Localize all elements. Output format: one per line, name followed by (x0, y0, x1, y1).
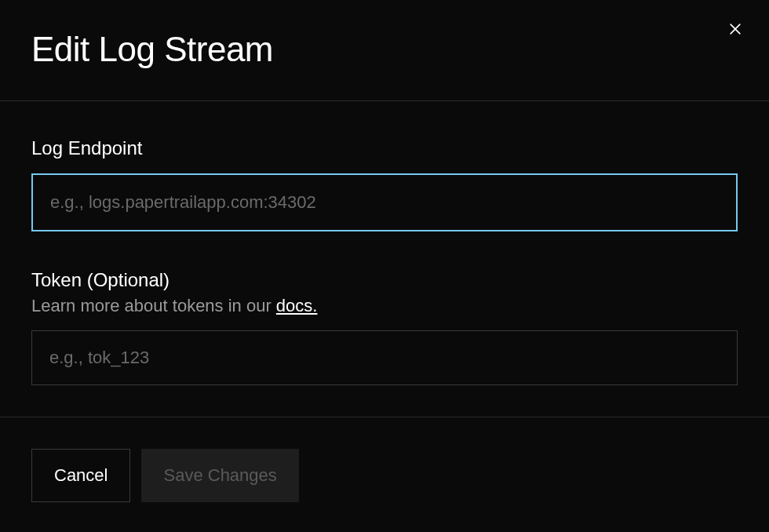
token-label: Token (Optional) (31, 269, 738, 291)
close-icon (727, 21, 743, 37)
modal-body: Log Endpoint Token (Optional) Learn more… (0, 101, 769, 417)
endpoint-input[interactable] (31, 173, 738, 231)
token-helper-text: Learn more about tokens in our docs. (31, 296, 738, 316)
modal-title: Edit Log Stream (31, 30, 738, 69)
close-button[interactable] (723, 17, 747, 41)
modal-footer: Cancel Save Changes (0, 417, 769, 532)
edit-log-stream-modal: Edit Log Stream Log Endpoint Token (Opti… (0, 0, 769, 532)
docs-link[interactable]: docs. (276, 296, 318, 315)
save-changes-button[interactable]: Save Changes (141, 449, 298, 502)
token-helper-prefix: Learn more about tokens in our (31, 296, 276, 315)
endpoint-label: Log Endpoint (31, 137, 738, 159)
modal-header: Edit Log Stream (0, 0, 769, 101)
token-input[interactable] (31, 330, 738, 385)
cancel-button[interactable]: Cancel (31, 449, 130, 502)
token-field-group: Token (Optional) Learn more about tokens… (31, 269, 738, 385)
endpoint-field-group: Log Endpoint (31, 137, 738, 231)
